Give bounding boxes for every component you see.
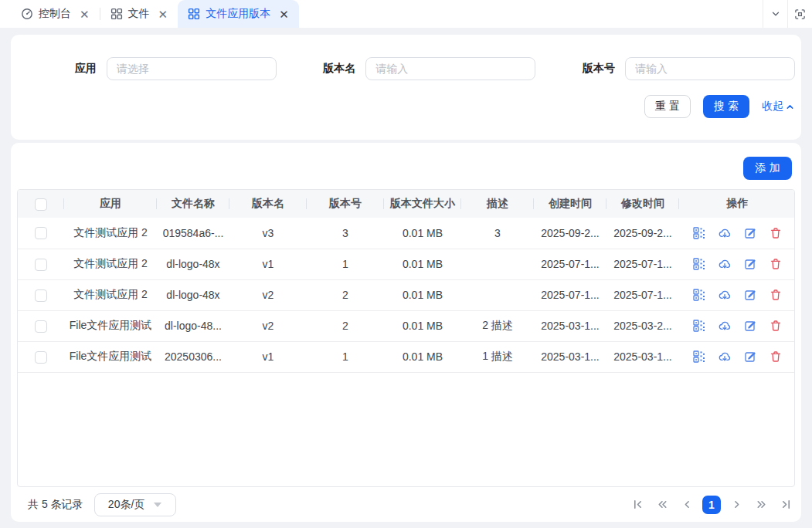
total-records-text: 共 5 条记录 [28, 498, 83, 512]
cell-app: File文件应用测试 [64, 341, 157, 372]
cell-app: 文件测试应用 2 [64, 279, 157, 310]
pagination: 1 [628, 496, 795, 514]
table-row: File文件应用测试 20250306... v1 1 0.01 MB 1 描述… [18, 341, 795, 372]
cell-modified: 2025-07-1... [606, 249, 679, 279]
cell-actions [679, 218, 795, 249]
table-header: 应用 文件名称 版本名 版本号 版本文件大小 描述 创建时间 修改时间 操作 [18, 190, 795, 218]
delete-icon[interactable] [770, 227, 782, 239]
qrcode-icon[interactable] [693, 258, 705, 270]
chevron-down-icon [770, 8, 781, 19]
row-checkbox[interactable] [35, 351, 47, 364]
chevron-up-icon [785, 102, 795, 112]
cell-file-size: 0.01 MB [384, 310, 461, 341]
collapse-link[interactable]: 收起 [762, 100, 795, 113]
cell-file-name: 019584a6-... [157, 218, 229, 249]
edit-icon[interactable] [744, 289, 756, 301]
table-panel: 添 加 应用 文件名称 版本名 版本号 版本文件大小 描述 [11, 143, 801, 522]
jump-next-button[interactable] [752, 496, 770, 514]
tab-console[interactable]: 控制台 ✕ [11, 0, 100, 28]
column-header-modified: 修改时间 [606, 190, 679, 218]
table-row: 文件测试应用 2 019584a6-... v3 3 0.01 MB 3 202… [18, 218, 795, 249]
download-icon[interactable] [719, 320, 731, 332]
jump-prev-button[interactable] [653, 496, 671, 514]
app-grid-icon [110, 8, 123, 20]
tab-label: 控制台 [39, 7, 71, 21]
download-icon[interactable] [719, 289, 731, 301]
page: 控制台 ✕ 文件 ✕ 文件应用版本 ✕ [0, 0, 812, 528]
qrcode-icon[interactable] [693, 320, 705, 332]
edit-icon[interactable] [744, 320, 756, 332]
app-select[interactable] [107, 57, 277, 80]
cell-modified: 2025-09-2... [606, 218, 679, 249]
download-icon[interactable] [719, 258, 731, 270]
cell-file-name: dl-logo-48... [157, 310, 229, 341]
column-header-actions: 操作 [679, 190, 795, 218]
download-icon[interactable] [719, 227, 731, 239]
fullscreen-icon [794, 8, 806, 20]
cell-version-number: 2 [307, 310, 384, 341]
cell-app: 文件测试应用 2 [64, 249, 157, 279]
cell-file-size: 0.01 MB [384, 341, 461, 372]
close-icon[interactable]: ✕ [80, 8, 90, 20]
add-button[interactable]: 添 加 [743, 157, 792, 180]
close-icon[interactable]: ✕ [158, 8, 168, 20]
tab-file-app-version[interactable]: 文件应用版本 ✕ [178, 0, 299, 28]
cell-description [461, 279, 534, 310]
cell-description: 3 [461, 218, 534, 249]
delete-icon[interactable] [770, 258, 782, 270]
cell-file-size: 0.01 MB [384, 218, 461, 249]
cell-created: 2025-07-1... [534, 279, 606, 310]
select-all-checkbox[interactable] [35, 198, 47, 211]
row-checkbox[interactable] [35, 227, 47, 239]
header-checkbox-cell [18, 190, 64, 218]
cell-file-size: 0.01 MB [384, 279, 461, 310]
cell-version-name: v3 [229, 218, 307, 249]
collapse-label: 收起 [762, 100, 783, 113]
page-size-value: 20条/页 [108, 498, 144, 512]
next-page-button[interactable] [727, 496, 746, 514]
tab-list-dropdown-button[interactable] [763, 0, 787, 28]
row-checkbox[interactable] [35, 259, 47, 271]
row-checkbox[interactable] [35, 320, 47, 333]
reset-button[interactable]: 重 置 [644, 95, 691, 118]
cell-version-name: v2 [229, 279, 307, 310]
version-number-input[interactable] [625, 57, 795, 80]
prev-page-button[interactable] [678, 496, 696, 514]
fullscreen-button[interactable] [787, 0, 812, 28]
version-name-input[interactable] [365, 57, 535, 80]
delete-icon[interactable] [770, 320, 782, 332]
cell-file-name: dl-logo-48x [157, 249, 229, 279]
qrcode-icon[interactable] [693, 350, 705, 363]
first-page-button[interactable] [628, 496, 647, 514]
current-page-button[interactable]: 1 [702, 496, 721, 514]
qrcode-icon[interactable] [693, 289, 705, 301]
table-footer: 共 5 条记录 20条/页 1 [11, 487, 801, 522]
column-header-file-name: 文件名称 [157, 190, 229, 218]
cell-actions [679, 310, 795, 341]
edit-icon[interactable] [744, 258, 756, 270]
cell-modified: 2025-07-1... [606, 279, 679, 310]
last-page-button[interactable] [776, 496, 795, 514]
cell-created: 2025-03-1... [534, 341, 606, 372]
cell-description [461, 249, 534, 279]
edit-icon[interactable] [744, 227, 756, 239]
edit-icon[interactable] [744, 350, 756, 363]
table-row: File文件应用测试 dl-logo-48... v2 2 0.01 MB 2 … [18, 310, 795, 341]
tabbar-spacer [299, 0, 763, 28]
column-header-description: 描述 [461, 190, 534, 218]
close-icon[interactable]: ✕ [279, 8, 289, 20]
download-icon[interactable] [719, 350, 731, 363]
row-checkbox[interactable] [35, 289, 47, 302]
delete-icon[interactable] [770, 350, 782, 363]
version-name-field-group: 版本名 [277, 57, 536, 80]
tab-files[interactable]: 文件 ✕ [100, 0, 178, 28]
qrcode-icon[interactable] [693, 227, 705, 239]
page-size-select[interactable]: 20条/页 [94, 493, 176, 516]
cell-description: 1 描述 [461, 341, 534, 372]
row-checkbox-cell [18, 310, 64, 341]
search-button[interactable]: 搜 索 [703, 95, 749, 118]
delete-icon[interactable] [770, 289, 782, 301]
table-row: 文件测试应用 2 dl-logo-48x v2 2 0.01 MB 2025-0… [18, 279, 795, 310]
version-name-label: 版本名 [323, 62, 355, 76]
column-header-version-number: 版本号 [307, 190, 384, 218]
